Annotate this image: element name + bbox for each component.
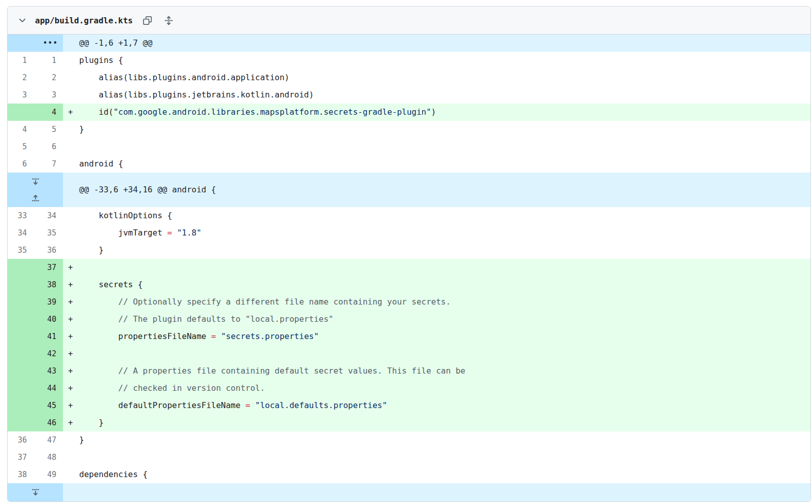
line-gutter: 37	[8, 259, 63, 276]
new-line-number[interactable]: 5	[33, 121, 63, 138]
old-line-number[interactable]	[8, 380, 33, 397]
diff-row: 22 alias(libs.plugins.android.applicatio…	[8, 69, 810, 86]
line-gutter: 41	[8, 328, 63, 345]
diff-row: 3748	[8, 449, 810, 466]
copy-path-button[interactable]	[141, 14, 154, 27]
code-segment: plugins {	[79, 52, 123, 69]
new-line-number[interactable]: 46	[33, 414, 63, 431]
new-line-number[interactable]: 37	[33, 259, 63, 276]
code-segment: }	[79, 242, 104, 259]
hunk-row: •••@@ -1,6 +1,7 @@	[8, 35, 810, 52]
old-line-number[interactable]: 2	[8, 69, 33, 86]
old-line-number[interactable]	[8, 104, 33, 121]
code-cell	[63, 449, 810, 466]
diff-row: 40+ // The plugin defaults to "local.pro…	[8, 311, 810, 328]
copy-icon	[143, 16, 152, 25]
old-line-number[interactable]: 6	[8, 155, 33, 173]
code-segment: propertiesFileName	[79, 328, 211, 345]
new-line-number[interactable]: 4	[33, 104, 63, 121]
line-gutter: 39	[8, 293, 63, 311]
code-segment: =	[167, 224, 172, 242]
code-cell: + // A properties file containing defaul…	[63, 362, 810, 380]
old-line-number[interactable]	[8, 397, 33, 414]
old-line-number[interactable]: 3	[8, 86, 33, 104]
old-line-number[interactable]	[8, 311, 33, 328]
diff-row: 42+	[8, 345, 810, 362]
code-cell: + // checked in version control.	[63, 380, 810, 397]
diff-marker: +	[68, 293, 79, 311]
code-cell: android {	[63, 155, 810, 173]
line-gutter: 38	[8, 276, 63, 293]
new-line-number[interactable]: 35	[33, 224, 63, 242]
diff-rows: •••@@ -1,6 +1,7 @@11plugins {22 alias(li…	[8, 35, 810, 501]
code-segment: =	[211, 328, 216, 345]
expand-down-icon	[31, 177, 40, 186]
new-line-number[interactable]: 41	[33, 328, 63, 345]
old-line-number[interactable]: 5	[8, 138, 33, 155]
diff-marker: +	[68, 104, 79, 121]
collapse-file-button[interactable]	[16, 14, 29, 27]
code-segment: dependencies {	[79, 466, 148, 483]
code-cell: }	[63, 431, 810, 449]
file-path[interactable]: app/build.gradle.kts	[35, 16, 133, 25]
expand-all-hunks-button[interactable]	[162, 14, 176, 27]
old-line-number[interactable]: 37	[8, 449, 33, 466]
new-line-number[interactable]: 49	[33, 466, 63, 483]
diff-row: 3647}	[8, 431, 810, 449]
code-segment: }	[79, 431, 84, 449]
new-line-number[interactable]: 47	[33, 431, 63, 449]
new-line-number[interactable]: 34	[33, 207, 63, 224]
old-line-number[interactable]: 38	[8, 466, 33, 483]
old-line-number[interactable]: 33	[8, 207, 33, 224]
hunk-header: @@ -33,6 +34,16 @@ android {	[63, 173, 810, 207]
expand-all-button[interactable]: •••	[43, 35, 63, 52]
expand-down-button[interactable]	[28, 175, 43, 189]
diff-row: 11plugins {	[8, 52, 810, 69]
code-segment: "secrets.properties"	[221, 328, 319, 345]
new-line-number[interactable]: 43	[33, 362, 63, 380]
file-header: app/build.gradle.kts	[8, 7, 810, 35]
new-line-number[interactable]: 7	[33, 155, 63, 173]
old-line-number[interactable]: 4	[8, 121, 33, 138]
diff-file-panel: app/build.gradle.kts •••@@ -1,6 +1,7 @@1…	[7, 6, 811, 502]
line-gutter: 3334	[8, 207, 63, 224]
new-line-number[interactable]: 2	[33, 69, 63, 86]
new-line-number[interactable]: 48	[33, 449, 63, 466]
code-segment: // A properties file containing default …	[79, 362, 465, 380]
old-line-number[interactable]	[8, 414, 33, 431]
old-line-number[interactable]	[8, 328, 33, 345]
new-line-number[interactable]: 38	[33, 276, 63, 293]
new-line-number[interactable]: 45	[33, 397, 63, 414]
new-line-number[interactable]: 40	[33, 311, 63, 328]
line-gutter: 22	[8, 69, 63, 86]
old-line-number[interactable]	[8, 362, 33, 380]
new-line-number[interactable]: 42	[33, 345, 63, 362]
code-cell: + // Optionally specify a different file…	[63, 293, 810, 311]
code-cell: jvmTarget = "1.8"	[63, 224, 810, 242]
code-cell: +	[63, 259, 810, 276]
old-line-number[interactable]	[8, 259, 33, 276]
new-line-number[interactable]: 36	[33, 242, 63, 259]
old-line-number[interactable]	[8, 345, 33, 362]
expand-up-button[interactable]	[28, 191, 43, 205]
old-line-number[interactable]: 1	[8, 52, 33, 69]
code-cell	[63, 138, 810, 155]
diff-marker: +	[68, 362, 79, 380]
new-line-number[interactable]: 1	[33, 52, 63, 69]
new-line-number[interactable]: 39	[33, 293, 63, 311]
old-line-number[interactable]	[8, 293, 33, 311]
new-line-number[interactable]: 3	[33, 86, 63, 104]
expand-bar-content	[63, 483, 810, 501]
old-line-number[interactable]: 34	[8, 224, 33, 242]
line-gutter: 3536	[8, 242, 63, 259]
old-line-number[interactable]	[8, 276, 33, 293]
old-line-number[interactable]: 36	[8, 431, 33, 449]
expand-down-button[interactable]	[28, 485, 43, 499]
old-line-number[interactable]: 35	[8, 242, 33, 259]
diff-marker: +	[68, 414, 79, 431]
code-segment: // Optionally specify a different file n…	[79, 293, 451, 311]
hunk-header-text: @@ -33,6 +34,16 @@ android {	[79, 173, 216, 207]
new-line-number[interactable]: 6	[33, 138, 63, 155]
new-line-number[interactable]: 44	[33, 380, 63, 397]
diff-row: 44+ // checked in version control.	[8, 380, 810, 397]
